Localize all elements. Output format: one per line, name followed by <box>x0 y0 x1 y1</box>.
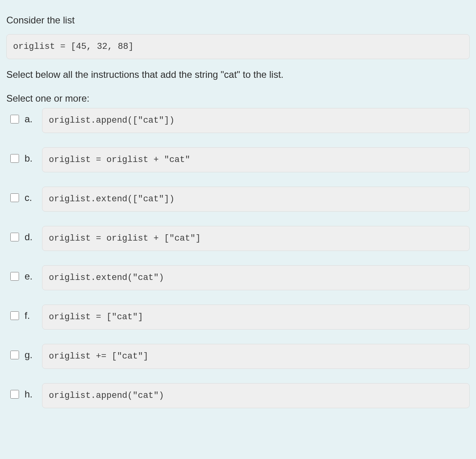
option-control: b. <box>6 147 42 164</box>
question-code: origlist = [45, 32, 88] <box>6 34 470 59</box>
option-f-code: origlist = ["cat"] <box>42 305 470 330</box>
option-b: b. origlist = origlist + "cat" <box>6 147 470 172</box>
option-a: a. origlist.append(["cat"]) <box>6 108 470 133</box>
option-control: e. <box>6 265 42 282</box>
option-g-label: g. <box>25 349 33 361</box>
question-intro: Consider the list <box>6 14 470 27</box>
option-g-checkbox[interactable] <box>10 351 19 359</box>
option-a-code: origlist.append(["cat"]) <box>42 108 470 133</box>
option-control: h. <box>6 383 42 400</box>
option-h-checkbox[interactable] <box>10 390 19 399</box>
option-b-code: origlist = origlist + "cat" <box>42 147 470 172</box>
option-control: f. <box>6 305 42 321</box>
option-a-label: a. <box>25 114 33 125</box>
option-e-label: e. <box>25 271 33 282</box>
question-container: Consider the list origlist = [45, 32, 88… <box>0 0 476 430</box>
option-f-label: f. <box>25 310 30 321</box>
option-c-code: origlist.extend(["cat"]) <box>42 187 470 212</box>
option-control: c. <box>6 187 42 203</box>
option-b-label: b. <box>25 153 33 164</box>
option-e: e. origlist.extend("cat") <box>6 265 470 290</box>
option-d-label: d. <box>25 231 33 243</box>
select-prompt: Select one or more: <box>6 93 470 104</box>
option-d-checkbox[interactable] <box>10 233 19 241</box>
option-c: c. origlist.extend(["cat"]) <box>6 187 470 212</box>
option-a-checkbox[interactable] <box>10 115 19 123</box>
option-d: d. origlist = origlist + ["cat"] <box>6 226 470 251</box>
option-control: g. <box>6 344 42 361</box>
options-list: a. origlist.append(["cat"]) b. origlist … <box>6 108 470 408</box>
option-e-code: origlist.extend("cat") <box>42 265 470 290</box>
option-g-code: origlist += ["cat"] <box>42 344 470 369</box>
option-c-checkbox[interactable] <box>10 193 19 202</box>
option-g: g. origlist += ["cat"] <box>6 344 470 369</box>
option-control: a. <box>6 108 42 125</box>
question-instruction: Select below all the instructions that a… <box>6 68 470 81</box>
option-f: f. origlist = ["cat"] <box>6 305 470 330</box>
option-h: h. origlist.append("cat") <box>6 383 470 408</box>
option-control: d. <box>6 226 42 243</box>
option-c-label: c. <box>25 192 32 203</box>
option-e-checkbox[interactable] <box>10 272 19 281</box>
option-b-checkbox[interactable] <box>10 154 19 163</box>
option-d-code: origlist = origlist + ["cat"] <box>42 226 470 251</box>
option-h-label: h. <box>25 389 33 400</box>
option-f-checkbox[interactable] <box>10 311 19 320</box>
option-h-code: origlist.append("cat") <box>42 383 470 408</box>
